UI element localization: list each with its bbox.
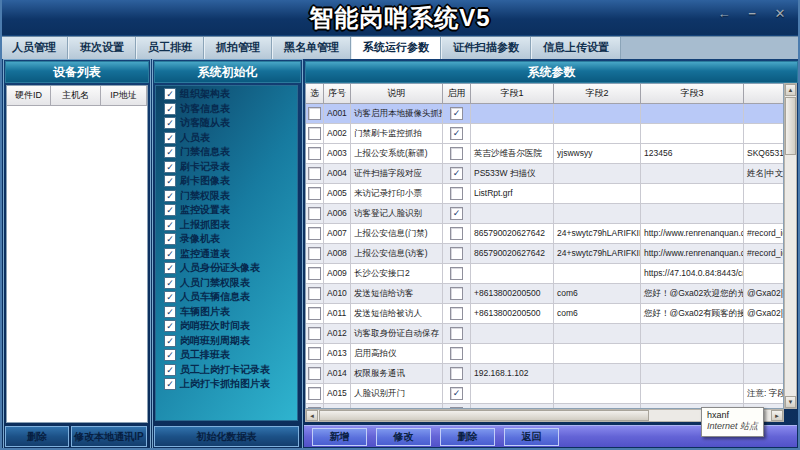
delete-button[interactable]: 删除 (440, 428, 495, 446)
table-row[interactable]: A007上报公安信息(门禁)86579002062764224+swytc79h… (306, 224, 783, 244)
checkbox-icon[interactable]: ✓ (164, 248, 176, 260)
device-table[interactable]: 硬件ID主机名IP地址 (6, 85, 148, 423)
init-list-item[interactable]: ✓监控通道表 (164, 247, 297, 260)
table-row[interactable]: A015人脸识别开门✓注意: 字段05为... (306, 384, 783, 404)
checkbox-icon[interactable]: ✓ (164, 103, 176, 115)
row-enabled-checkbox[interactable]: ✓ (450, 167, 463, 180)
checkbox-icon[interactable]: ✓ (164, 364, 176, 376)
row-select-checkbox[interactable] (308, 367, 321, 380)
init-list-item[interactable]: ✓人员表 (164, 131, 297, 144)
horizontal-scroll-thumb[interactable] (319, 410, 649, 421)
return-button[interactable]: 返回 (504, 428, 559, 446)
scroll-down-icon[interactable]: ▼ (785, 396, 796, 408)
row-enabled-checkbox[interactable] (450, 407, 463, 408)
checkbox-icon[interactable]: ✓ (164, 349, 176, 361)
init-list-item[interactable]: ✓人员身份证头像表 (164, 262, 297, 275)
tab-4[interactable]: 抓拍管理 (204, 37, 272, 59)
row-select-checkbox[interactable] (308, 127, 321, 140)
init-list-item[interactable]: ✓员工排班表 (164, 349, 297, 362)
back-icon[interactable]: ← (716, 6, 732, 21)
checkbox-icon[interactable]: ✓ (164, 117, 176, 129)
row-enabled-checkbox[interactable] (450, 327, 463, 340)
row-select-checkbox[interactable] (308, 287, 321, 300)
table-row[interactable]: A005来访记录打印小票ListRpt.grf (306, 184, 783, 204)
init-list-item[interactable]: ✓访客信息表 (164, 102, 297, 115)
init-list-item[interactable]: ✓组织架构表 (164, 88, 297, 101)
checkbox-icon[interactable]: ✓ (164, 291, 176, 303)
row-select-checkbox[interactable] (308, 327, 321, 340)
init-list-item[interactable]: ✓上岗打卡抓拍图片表 (164, 378, 297, 391)
checkbox-icon[interactable]: ✓ (164, 175, 176, 187)
row-select-checkbox[interactable] (308, 387, 321, 400)
table-row[interactable]: A006访客登记人脸识别✓ (306, 204, 783, 224)
tab-8[interactable]: 信息上传设置 (531, 37, 621, 59)
tab-2[interactable]: 班次设置 (68, 37, 136, 59)
table-row[interactable]: A014权限服务通讯192.168.1.102 (306, 364, 783, 384)
checkbox-icon[interactable]: ✓ (164, 335, 176, 347)
table-row[interactable]: A009长沙公安接口2https://47.104.0.84:8443/crp (306, 264, 783, 284)
checkbox-icon[interactable]: ✓ (164, 161, 176, 173)
table-row[interactable]: A001访客启用本地摄像头抓拍✓ (306, 104, 783, 124)
table-row[interactable]: A008上报公安信息(访客)86579002062764224+swytc79h… (306, 244, 783, 264)
checkbox-icon[interactable]: ✓ (164, 320, 176, 332)
row-enabled-checkbox[interactable] (450, 227, 463, 240)
vertical-scrollbar[interactable]: ▲ ▼ (784, 83, 797, 409)
init-list-item[interactable]: ✓录像机表 (164, 233, 297, 246)
row-enabled-checkbox[interactable]: ✓ (450, 207, 463, 220)
checkbox-icon[interactable]: ✓ (164, 378, 176, 390)
tab-3[interactable]: 员工排班 (136, 37, 204, 59)
scroll-right-icon[interactable]: ► (771, 410, 783, 421)
checkbox-icon[interactable]: ✓ (164, 233, 176, 245)
table-row[interactable]: A010发送短信给访客+8613800200500com6您好！@Gxa02欢迎… (306, 284, 783, 304)
modify-local-ip-button[interactable]: 修改本地通讯IP (71, 426, 147, 447)
row-enabled-checkbox[interactable] (450, 367, 463, 380)
row-select-checkbox[interactable] (308, 167, 321, 180)
row-select-checkbox[interactable] (308, 307, 321, 320)
init-list-item[interactable]: ✓人员车辆信息表 (164, 291, 297, 304)
minimize-icon[interactable]: − (744, 6, 760, 21)
table-row[interactable]: A002门禁刷卡监控抓拍✓ (306, 124, 783, 144)
modify-button[interactable]: 修改 (376, 428, 431, 446)
tab-5[interactable]: 黑名单管理 (272, 37, 351, 59)
add-button[interactable]: 新增 (312, 428, 367, 446)
table-row[interactable]: A011发送短信给被访人+8613800200500com6您好！@Gxa02有… (306, 304, 783, 324)
scroll-up-icon[interactable]: ▲ (785, 84, 796, 96)
init-list-item[interactable]: ✓门禁信息表 (164, 146, 297, 159)
row-enabled-checkbox[interactable] (450, 347, 463, 360)
scroll-left-icon[interactable]: ◄ (306, 410, 318, 421)
tab-7[interactable]: 证件扫描参数 (441, 37, 531, 59)
checkbox-icon[interactable]: ✓ (164, 204, 176, 216)
row-enabled-checkbox[interactable] (450, 187, 463, 200)
tab-1[interactable]: 人员管理 (0, 37, 68, 59)
row-select-checkbox[interactable] (308, 107, 321, 120)
row-enabled-checkbox[interactable]: ✓ (450, 127, 463, 140)
init-list-item[interactable]: ✓门禁权限表 (164, 189, 297, 202)
checkbox-icon[interactable]: ✓ (164, 277, 176, 289)
init-list-item[interactable]: ✓刷卡记录表 (164, 160, 297, 173)
row-enabled-checkbox[interactable] (450, 247, 463, 260)
init-list-item[interactable]: ✓员工上岗打卡记录表 (164, 363, 297, 376)
row-enabled-checkbox[interactable]: ✓ (450, 387, 463, 400)
init-list-item[interactable]: ✓上报抓图表 (164, 218, 297, 231)
checkbox-icon[interactable]: ✓ (164, 262, 176, 274)
row-select-checkbox[interactable] (308, 347, 321, 360)
close-icon[interactable]: ✕ (772, 6, 788, 21)
row-enabled-checkbox[interactable]: ✓ (450, 107, 463, 120)
row-select-checkbox[interactable] (308, 267, 321, 280)
row-enabled-checkbox[interactable] (450, 147, 463, 160)
init-list-item[interactable]: ✓岗哨班次时间表 (164, 320, 297, 333)
row-enabled-checkbox[interactable] (450, 267, 463, 280)
row-select-checkbox[interactable] (308, 247, 321, 260)
checkbox-icon[interactable]: ✓ (164, 132, 176, 144)
checkbox-icon[interactable]: ✓ (164, 190, 176, 202)
row-select-checkbox[interactable] (308, 147, 321, 160)
init-list-item[interactable]: ✓访客随从表 (164, 117, 297, 130)
row-select-checkbox[interactable] (308, 207, 321, 220)
init-list-item[interactable]: ✓车辆图片表 (164, 305, 297, 318)
init-list-item[interactable]: ✓监控设置表 (164, 204, 297, 217)
tab-6[interactable]: 系统运行参数 (351, 37, 441, 59)
row-enabled-checkbox[interactable] (450, 307, 463, 320)
init-list-item[interactable]: ✓岗哨班别周期表 (164, 334, 297, 347)
checkbox-icon[interactable]: ✓ (164, 88, 176, 100)
row-select-checkbox[interactable] (308, 187, 321, 200)
